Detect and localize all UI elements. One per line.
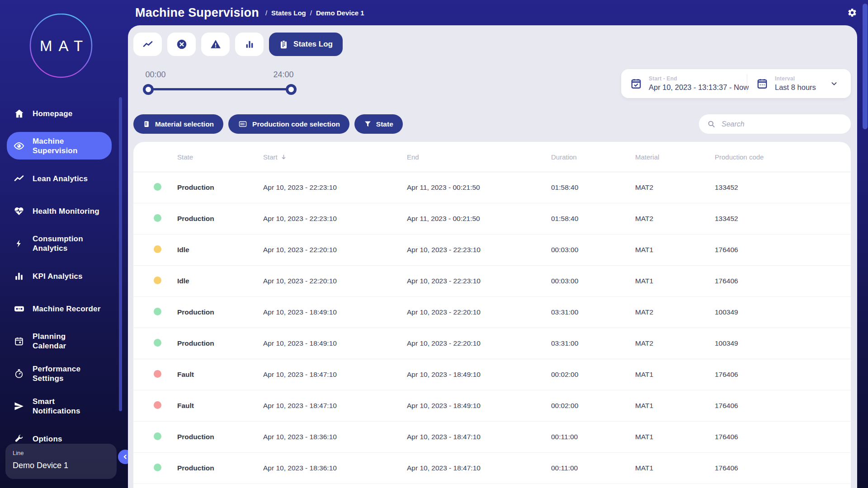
duration-cell: 01:58:40 xyxy=(551,215,635,223)
sidebar-item-smart-notifications[interactable]: Smart Notifications xyxy=(0,390,128,422)
slider-end-label: 24:00 xyxy=(273,70,293,80)
state-cell: Production xyxy=(177,433,263,441)
sidebar-item-label: Options xyxy=(33,434,62,444)
heart-pulse-icon xyxy=(13,206,25,216)
status-dot-cell xyxy=(133,401,177,411)
sidebar-item-performance-settings[interactable]: Performance Settings xyxy=(0,357,128,390)
sidebar-item-machine-recorder[interactable]: Machine Recorder xyxy=(0,292,128,325)
table-row[interactable]: Idle Apr 10, 2023 - 22:20:10 Apr 10, 202… xyxy=(133,266,851,297)
status-dot-cell xyxy=(133,214,177,224)
table-row[interactable]: Production Apr 10, 2023 - 18:49:10 Apr 1… xyxy=(133,297,851,328)
duration-cell: 00:11:00 xyxy=(551,433,635,441)
bar-chart-icon xyxy=(13,271,25,281)
table-row[interactable]: Production Apr 10, 2023 - 22:23:10 Apr 1… xyxy=(133,203,851,235)
state-cell: Production xyxy=(177,308,263,316)
sidebar: MAT Homepage Machine Supervision Lean An… xyxy=(0,0,128,488)
breadcrumb-demo-device[interactable]: Demo Device 1 xyxy=(316,9,364,17)
barcode-icon xyxy=(238,120,248,128)
sidebar-item-lean-analytics[interactable]: Lean Analytics xyxy=(0,162,128,195)
tab-states-log[interactable]: States Log xyxy=(269,33,343,56)
table-row[interactable]: Fault Apr 10, 2023 - 18:47:10 Apr 10, 20… xyxy=(133,359,851,390)
time-range-slider-track[interactable] xyxy=(148,88,291,90)
bar-chart-icon xyxy=(245,39,255,49)
column-header-start[interactable]: Start xyxy=(263,153,407,161)
material-cell: MAT1 xyxy=(635,246,715,254)
tab-trend[interactable] xyxy=(133,33,162,56)
production-code-cell: 133452 xyxy=(715,215,851,223)
gauge-icon xyxy=(13,369,25,379)
slider-start-label: 00:00 xyxy=(145,70,165,80)
gear-icon xyxy=(847,8,857,18)
page-scrollbar[interactable] xyxy=(863,4,868,129)
interval-picker[interactable]: Interval Last 8 hours xyxy=(747,75,838,92)
sidebar-scrollbar[interactable] xyxy=(119,97,122,411)
duration-cell: 00:11:00 xyxy=(551,464,635,472)
sidebar-item-label: Performance Settings xyxy=(33,364,80,383)
production-code-cell: 176406 xyxy=(715,464,851,472)
brand-logo: MAT xyxy=(29,14,93,78)
state-cell: Production xyxy=(177,183,263,192)
table-row[interactable]: Production Apr 10, 2023 - 22:23:10 Apr 1… xyxy=(133,172,851,203)
app-window: MAT Homepage Machine Supervision Lean An… xyxy=(0,0,868,488)
start-cell: Apr 10, 2023 - 18:49:10 xyxy=(263,308,407,316)
duration-cell: 00:03:00 xyxy=(551,277,635,285)
breadcrumb-separator: / xyxy=(310,9,312,17)
status-dot xyxy=(154,339,161,347)
duration-cell: 00:03:00 xyxy=(551,246,635,254)
start-cell: Apr 10, 2023 - 18:36:10 xyxy=(263,464,407,472)
production-code-cell: 100349 xyxy=(715,339,851,347)
sidebar-item-consumption-analytics[interactable]: Consumption Analytics xyxy=(0,227,128,260)
start-cell: Apr 10, 2023 - 22:23:10 xyxy=(263,183,407,192)
tab-warnings[interactable] xyxy=(201,33,230,56)
sidebar-item-health-monitoring[interactable]: Health Monitoring xyxy=(0,195,128,227)
material-cell: MAT2 xyxy=(635,215,715,223)
sidebar-item-kpi-analytics[interactable]: KPI Analytics xyxy=(0,260,128,292)
production-code-selection-button[interactable]: Production code selection xyxy=(228,114,349,134)
sidebar-item-machine-supervision[interactable]: Machine Supervision xyxy=(0,130,128,162)
tab-errors[interactable] xyxy=(167,33,196,56)
state-filter-button[interactable]: State xyxy=(354,114,403,134)
trend-line-icon xyxy=(13,173,25,184)
tab-chart[interactable] xyxy=(235,33,264,56)
table-row[interactable]: Production Apr 10, 2023 - 18:36:10 Apr 1… xyxy=(133,422,851,453)
start-end-value: Apr 10, 2023 - 13:13:37 - Now xyxy=(649,83,749,92)
breadcrumb-states-log[interactable]: States Log xyxy=(271,9,306,17)
table-row[interactable]: Fault Apr 10, 2023 - 18:47:10 Apr 10, 20… xyxy=(133,390,851,422)
sidebar-item-label: Machine Supervision xyxy=(33,136,78,155)
start-end-picker[interactable]: Start - End Apr 10, 2023 - 13:13:37 - No… xyxy=(621,75,747,92)
search-input[interactable] xyxy=(721,120,843,129)
sidebar-item-label: Smart Notifications xyxy=(33,397,80,416)
sidebar-item-planning-calendar[interactable]: Planning Calendar xyxy=(0,325,128,357)
sidebar-item-label: Health Monitoring xyxy=(33,206,99,216)
end-cell: Apr 11, 2023 - 00:21:50 xyxy=(407,183,551,192)
slider-handle-end[interactable] xyxy=(286,84,297,95)
sidebar-item-label: Planning Calendar xyxy=(33,332,66,351)
state-cell: Idle xyxy=(177,277,263,285)
sidebar-item-label: Lean Analytics xyxy=(33,174,88,183)
interval-label: Interval xyxy=(775,75,816,82)
start-end-label: Start - End xyxy=(649,75,749,82)
settings-gear-button[interactable] xyxy=(847,8,857,18)
sidebar-item-homepage[interactable]: Homepage xyxy=(0,97,128,130)
end-cell: Apr 10, 2023 - 18:49:10 xyxy=(407,371,551,379)
table-row[interactable]: Production Apr 10, 2023 - 18:36:10 Apr 1… xyxy=(133,453,851,484)
start-cell: Apr 10, 2023 - 22:20:10 xyxy=(263,277,407,285)
material-selection-button[interactable]: Material selection xyxy=(133,114,223,134)
table-row[interactable]: Production Apr 10, 2023 - 18:49:10 Apr 1… xyxy=(133,328,851,359)
column-header-end: End xyxy=(407,153,551,161)
state-cell: Production xyxy=(177,215,263,223)
state-cell: Production xyxy=(177,339,263,347)
end-cell: Apr 10, 2023 - 22:20:10 xyxy=(407,308,551,316)
start-cell: Apr 10, 2023 - 22:23:10 xyxy=(263,215,407,223)
page-title: Machine Supervision xyxy=(135,6,259,20)
table-header-row: State Start End Duration Material Produc… xyxy=(133,142,851,172)
table-row[interactable]: Idle Apr 10, 2023 - 22:20:10 Apr 10, 202… xyxy=(133,235,851,266)
slider-handle-start[interactable] xyxy=(143,84,154,95)
start-cell: Apr 10, 2023 - 22:20:10 xyxy=(263,246,407,254)
status-dot-cell xyxy=(133,308,177,317)
filter-label: Material selection xyxy=(155,120,214,128)
sidebar-item-label: Machine Recorder xyxy=(33,304,101,314)
device-selector-card[interactable]: Line Demo Device 1 xyxy=(5,444,117,479)
datetime-card: Start - End Apr 10, 2023 - 13:13:37 - No… xyxy=(621,69,851,98)
view-tabs: States Log xyxy=(133,33,343,56)
